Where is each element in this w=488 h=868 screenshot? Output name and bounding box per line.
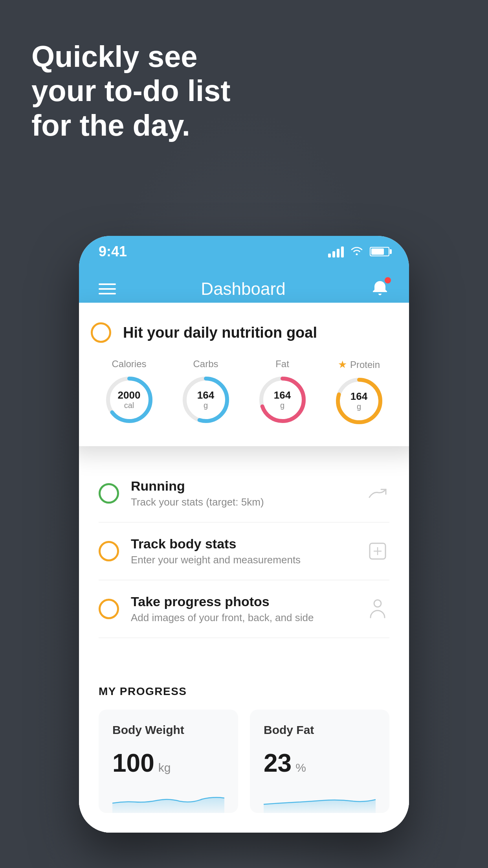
app-content: THINGS TO DO TODAY Hit your daily nutrit… [79,311,409,833]
todo-item-body-stats[interactable]: Track body stats Enter your weight and m… [99,522,389,580]
todo-list: Running Track your stats (target: 5km) T… [79,465,409,638]
calories-ring: Calories 2000 cal [104,359,155,425]
battery-icon [370,247,389,256]
headline-line2: your to-do list [31,74,231,108]
body-fat-label: Body Fat [264,723,376,737]
scale-icon [366,539,389,563]
status-bar: 9:41 [79,236,409,267]
protein-ring: ★ Protein 164 g [334,359,385,427]
body-weight-label: Body Weight [112,723,224,737]
headline-line1: Quickly see [31,39,231,74]
body-stats-checkbox[interactable] [99,541,119,561]
nutrition-checkbox[interactable] [91,322,111,343]
progress-cards: Body Weight 100 kg [99,710,389,813]
photos-checkbox[interactable] [99,599,119,619]
person-icon [366,597,389,621]
body-fat-card: Body Fat 23 % [250,710,389,813]
body-weight-chart [112,789,224,813]
running-icon [366,482,389,505]
body-fat-value: 23 [264,748,292,778]
signal-icon [328,246,344,257]
todo-item-photos[interactable]: Take progress photos Add images of your … [99,580,389,638]
headline-line3: for the day. [31,108,231,142]
running-title: Running [131,478,354,494]
body-weight-unit: kg [158,761,171,774]
wifi-icon [350,245,363,258]
carbs-ring: Carbs 164 g [180,359,231,425]
fat-ring: Fat 164 g [257,359,308,425]
body-fat-chart [264,789,376,813]
photos-title: Take progress photos [131,594,354,609]
status-icons [328,245,389,258]
body-stats-title: Track body stats [131,536,354,552]
status-time: 9:41 [99,243,127,260]
nutrition-rings: Calories 2000 cal Carbs [91,359,397,427]
running-checkbox[interactable] [99,483,119,504]
notification-dot [385,277,391,283]
body-fat-unit: % [295,761,306,774]
todo-item-running[interactable]: Running Track your stats (target: 5km) [99,465,389,522]
progress-section-title: MY PROGRESS [99,685,389,698]
nutrition-card-title: Hit your daily nutrition goal [123,324,317,341]
header-title: Dashboard [201,279,285,299]
photos-desc: Add images of your front, back, and side [131,612,354,624]
menu-button[interactable] [99,283,116,294]
protein-star-icon: ★ [338,359,347,371]
phone-mockup: 9:41 Da [79,236,409,833]
body-stats-desc: Enter your weight and measurements [131,554,354,566]
body-weight-card: Body Weight 100 kg [99,710,238,813]
nutrition-card: Hit your daily nutrition goal Calories 2… [79,303,409,446]
running-desc: Track your stats (target: 5km) [131,496,354,508]
notification-button[interactable] [371,279,389,299]
headline: Quickly see your to-do list for the day. [31,39,231,142]
progress-section: MY PROGRESS Body Weight 100 kg [79,662,409,833]
body-weight-value: 100 [112,748,154,778]
svg-point-11 [374,600,381,607]
